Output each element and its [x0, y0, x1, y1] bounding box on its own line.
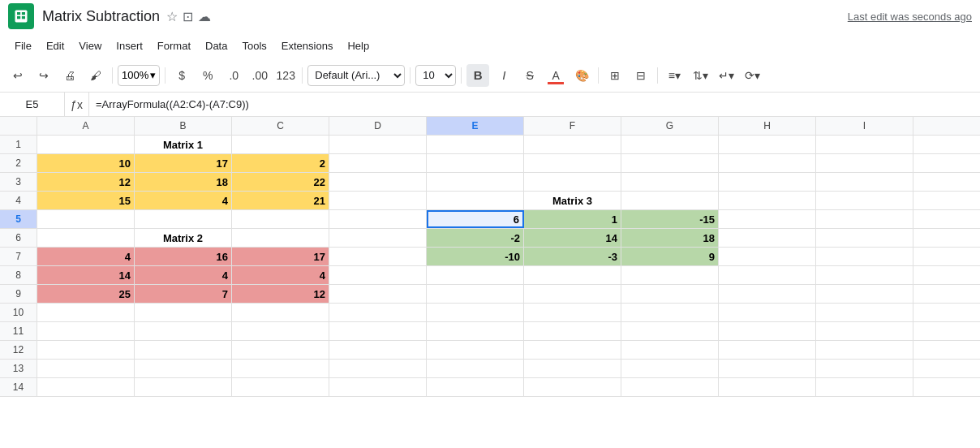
cell-e8[interactable]: [427, 266, 524, 284]
cell-d5[interactable]: [329, 210, 427, 228]
cell-e10[interactable]: [427, 304, 524, 321]
cell-b1[interactable]: Matrix 1: [135, 136, 232, 153]
cell-a13[interactable]: [37, 360, 135, 377]
cell-a11[interactable]: [37, 322, 135, 340]
row-num-4[interactable]: 4: [0, 192, 37, 209]
cell-b3[interactable]: 18: [135, 173, 232, 191]
menu-insert[interactable]: Insert: [110, 37, 149, 55]
cell-g11[interactable]: [621, 322, 719, 340]
cell-c5[interactable]: [232, 210, 329, 228]
cell-d1[interactable]: [329, 136, 427, 153]
cell-d8[interactable]: [329, 266, 427, 284]
col-header-f[interactable]: F: [524, 117, 621, 135]
row-num-10[interactable]: 10: [0, 304, 37, 321]
cell-h14[interactable]: [719, 378, 816, 396]
cell-c7[interactable]: 17: [232, 248, 329, 265]
bold-button[interactable]: B: [466, 64, 489, 87]
col-header-b[interactable]: B: [135, 117, 232, 135]
row-num-11[interactable]: 11: [0, 322, 37, 340]
row-num-2[interactable]: 2: [0, 154, 37, 172]
cell-e6[interactable]: -2: [427, 229, 524, 247]
cloud-icon[interactable]: ☁: [198, 9, 211, 24]
cell-f7[interactable]: -3: [524, 248, 621, 265]
cell-f1[interactable]: [524, 136, 621, 153]
cell-e11[interactable]: [427, 322, 524, 340]
cell-f6[interactable]: 14: [524, 229, 621, 247]
cell-f10[interactable]: [524, 304, 621, 321]
cell-h2[interactable]: [719, 154, 816, 172]
decimal-increase-button[interactable]: .00: [248, 64, 271, 87]
cell-i1[interactable]: [816, 136, 913, 153]
cell-i14[interactable]: [816, 378, 913, 396]
cell-a10[interactable]: [37, 304, 135, 321]
col-header-h[interactable]: H: [719, 117, 816, 135]
cell-d10[interactable]: [329, 304, 427, 321]
formula-input[interactable]: [89, 98, 980, 110]
currency-button[interactable]: $: [170, 64, 193, 87]
cell-i11[interactable]: [816, 322, 913, 340]
cell-g1[interactable]: [621, 136, 719, 153]
cell-h3[interactable]: [719, 173, 816, 191]
cell-d3[interactable]: [329, 173, 427, 191]
last-edit-label[interactable]: Last edit was seconds ago: [848, 11, 972, 23]
cell-b9[interactable]: 7: [135, 285, 232, 303]
cell-e7[interactable]: -10: [427, 248, 524, 265]
cell-a9[interactable]: 25: [37, 285, 135, 303]
cell-b7[interactable]: 16: [135, 248, 232, 265]
cell-e3[interactable]: [427, 173, 524, 191]
menu-view[interactable]: View: [72, 37, 108, 55]
menu-extensions[interactable]: Extensions: [275, 37, 340, 55]
cell-a2[interactable]: 10: [37, 154, 135, 172]
cell-d7[interactable]: [329, 248, 427, 265]
cell-f14[interactable]: [524, 378, 621, 396]
wrap-button[interactable]: ↵▾: [715, 64, 737, 87]
row-num-7[interactable]: 7: [0, 248, 37, 265]
cell-d14[interactable]: [329, 378, 427, 396]
paint-format-button[interactable]: 🖌: [84, 64, 107, 87]
cell-a5[interactable]: [37, 210, 135, 228]
cell-g4[interactable]: [621, 192, 719, 209]
cell-g9[interactable]: [621, 285, 719, 303]
cell-b11[interactable]: [135, 322, 232, 340]
cell-e5[interactable]: 6: [427, 210, 524, 228]
cell-a3[interactable]: 12: [37, 173, 135, 191]
cell-c3[interactable]: 22: [232, 173, 329, 191]
row-num-9[interactable]: 9: [0, 285, 37, 303]
cell-i9[interactable]: [816, 285, 913, 303]
cell-d13[interactable]: [329, 360, 427, 377]
cell-a14[interactable]: [37, 378, 135, 396]
cell-a4[interactable]: 15: [37, 192, 135, 209]
cell-g14[interactable]: [621, 378, 719, 396]
cell-f4[interactable]: Matrix 3: [524, 192, 621, 209]
cell-i5[interactable]: [816, 210, 913, 228]
cell-b14[interactable]: [135, 378, 232, 396]
cell-c14[interactable]: [232, 378, 329, 396]
cell-h11[interactable]: [719, 322, 816, 340]
cell-c1[interactable]: [232, 136, 329, 153]
undo-button[interactable]: ↩: [6, 64, 29, 87]
cell-e14[interactable]: [427, 378, 524, 396]
row-num-14[interactable]: 14: [0, 378, 37, 396]
cell-c8[interactable]: 4: [232, 266, 329, 284]
menu-tools[interactable]: Tools: [235, 37, 273, 55]
cell-f5[interactable]: 1: [524, 210, 621, 228]
cell-b8[interactable]: 4: [135, 266, 232, 284]
cell-c2[interactable]: 2: [232, 154, 329, 172]
cell-b12[interactable]: [135, 341, 232, 359]
cell-h1[interactable]: [719, 136, 816, 153]
decimal-decrease-button[interactable]: .0: [222, 64, 245, 87]
font-select[interactable]: Default (Ari...): [307, 65, 405, 86]
cell-h10[interactable]: [719, 304, 816, 321]
cell-e12[interactable]: [427, 341, 524, 359]
cell-g8[interactable]: [621, 266, 719, 284]
menu-help[interactable]: Help: [341, 37, 376, 55]
print-button[interactable]: 🖨: [58, 64, 81, 87]
col-header-i[interactable]: I: [816, 117, 913, 135]
folder-icon[interactable]: ⊡: [183, 9, 193, 24]
cell-c6[interactable]: [232, 229, 329, 247]
cell-d2[interactable]: [329, 154, 427, 172]
cell-g12[interactable]: [621, 341, 719, 359]
cell-h8[interactable]: [719, 266, 816, 284]
cell-f12[interactable]: [524, 341, 621, 359]
cell-e4[interactable]: [427, 192, 524, 209]
